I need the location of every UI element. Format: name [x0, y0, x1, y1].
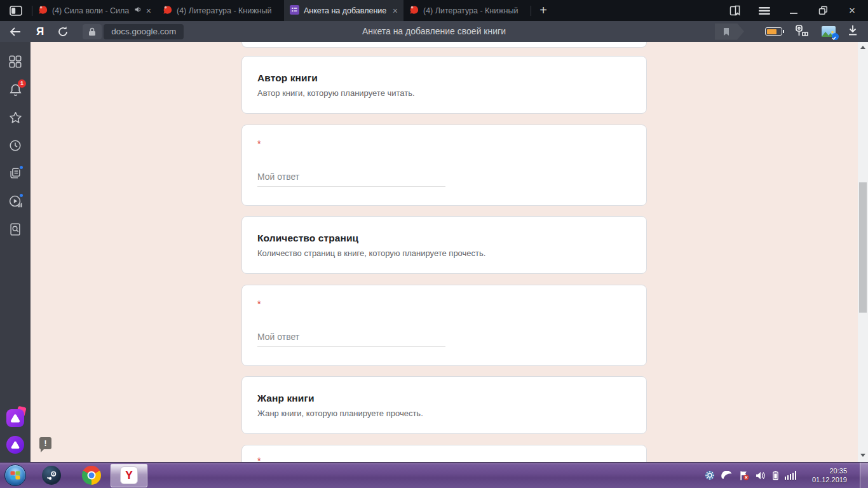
forum-favicon-icon — [409, 5, 419, 17]
required-asterisk: * — [257, 299, 631, 308]
network-signal-icon[interactable] — [785, 471, 797, 480]
bookmarks-star-icon[interactable] — [8, 110, 23, 125]
google-form-page: Автор книги Автор книги, которую планиру… — [31, 42, 858, 462]
tab-sila-voli[interactable]: (4) Сила воли - Сила × — [32, 0, 157, 21]
windows-flag-icon — [11, 471, 20, 480]
check-badge-icon — [832, 33, 839, 40]
feedback-bubble-button[interactable]: ! — [39, 437, 51, 449]
tab-anketa-active[interactable]: Анкета на добавление с × — [284, 0, 403, 21]
answer-card-pages: * — [241, 285, 647, 366]
tab-audio-icon[interactable] — [134, 6, 142, 15]
system-tray: 20:35 01.12.2019 — [705, 463, 868, 488]
answer-card-author: * — [241, 125, 647, 206]
tab-literatura-2[interactable]: (4) Литература - Книжный — [403, 0, 531, 21]
window-controls: × — [729, 5, 868, 17]
question-description: Автор книги, которую планируете читать. — [257, 88, 631, 98]
tray-app-gear-icon[interactable] — [705, 470, 715, 480]
page-scrollbar[interactable] — [858, 42, 868, 462]
scrollbar-thumb[interactable] — [859, 182, 867, 313]
clock-date: 01.12.2019 — [808, 475, 847, 484]
minimize-icon[interactable] — [788, 5, 799, 17]
close-window-icon[interactable]: × — [846, 5, 858, 17]
question-description: Количество страниц в книге, которую план… — [257, 248, 631, 258]
alice-voice-button[interactable] — [6, 436, 24, 454]
password-manager-key-icon[interactable] — [794, 24, 810, 39]
tab-title: (4) Литература - Книжный — [177, 6, 278, 15]
taskbar-steam-icon[interactable] — [42, 466, 61, 485]
browser-sidebar: 1 — [0, 42, 31, 462]
screenshot-extension-icon[interactable] — [822, 26, 836, 37]
google-forms-favicon-icon — [290, 5, 299, 17]
update-dot — [18, 165, 24, 170]
question-title: Жанр книги — [257, 393, 631, 404]
add-bookmark-flag-icon[interactable] — [715, 24, 744, 40]
alice-assistant-icon[interactable] — [6, 409, 24, 427]
required-asterisk: * — [257, 456, 631, 462]
bookmarks-panel-icon[interactable] — [729, 5, 741, 17]
tab-close-icon[interactable]: × — [393, 6, 398, 15]
restore-icon[interactable] — [817, 5, 829, 17]
scroll-up-arrow-icon[interactable] — [858, 46, 868, 49]
tab-literatura-1[interactable]: (4) Литература - Книжный — [157, 0, 284, 21]
history-clock-icon[interactable] — [8, 138, 23, 153]
question-card-genre: Жанр книги Жанр книги, которую планирует… — [241, 376, 647, 434]
back-button[interactable] — [9, 27, 22, 37]
volume-speaker-icon[interactable] — [756, 471, 766, 480]
secure-lock-icon[interactable] — [83, 24, 102, 39]
form-column: Автор книги Автор книги, которую планиру… — [241, 42, 647, 462]
address-toolbar: Анкета на добавление своей книги Я docs.… — [0, 21, 868, 42]
forum-favicon-icon — [163, 5, 172, 17]
downloads-icon[interactable] — [848, 25, 858, 38]
tab-title: (4) Литература - Книжный — [423, 6, 525, 15]
refresh-button[interactable] — [57, 26, 69, 37]
answer-input[interactable] — [257, 332, 445, 347]
new-tab-button[interactable]: + — [531, 3, 555, 18]
menu-icon[interactable] — [759, 5, 770, 17]
question-card-pages: Количество страниц Количество страниц в … — [241, 216, 647, 274]
url-domain[interactable]: docs.google.com — [104, 24, 184, 39]
scroll-down-arrow-icon[interactable] — [858, 454, 868, 457]
question-title: Количество страниц — [257, 233, 631, 244]
tab-bar: (4) Сила воли - Сила × (4) Литература - … — [0, 0, 868, 21]
taskbar-chrome-icon[interactable] — [82, 466, 101, 485]
tableau-grid-icon[interactable] — [8, 54, 23, 69]
tray-battery-icon[interactable] — [773, 471, 778, 480]
tray-swoosh-icon[interactable] — [721, 471, 733, 480]
battery-charge-level — [767, 29, 776, 34]
show-desktop-button[interactable] — [860, 463, 868, 488]
question-card-author: Автор книги Автор книги, которую планиру… — [241, 56, 647, 114]
windows-taskbar: Y 20:35 01.12.2019 — [0, 462, 868, 488]
notifications-count-badge: 1 — [18, 79, 26, 88]
collections-pages-icon[interactable] — [8, 166, 23, 181]
clock-time: 20:35 — [808, 466, 847, 475]
card-previous-partial — [241, 42, 647, 48]
forum-favicon-icon — [38, 5, 48, 17]
update-dot — [18, 193, 24, 198]
yandex-browser-window: (4) Сила воли - Сила × (4) Литература - … — [0, 0, 868, 488]
media-play-icon[interactable] — [8, 194, 23, 209]
start-button[interactable] — [4, 464, 26, 486]
action-center-flag-icon[interactable] — [739, 470, 749, 480]
yandex-logo[interactable]: Я — [36, 25, 44, 38]
notifications-bell-icon[interactable]: 1 — [8, 82, 23, 97]
question-title: Автор книги — [257, 72, 631, 84]
required-asterisk: * — [257, 139, 631, 148]
battery-saver-icon[interactable] — [765, 27, 782, 36]
yandex-browser-icon: Y — [120, 466, 138, 484]
tab-title: (4) Сила воли - Сила — [52, 6, 130, 15]
taskbar-yandex-browser-active[interactable]: Y — [111, 464, 147, 487]
sidebar-panel-toggle-icon[interactable] — [0, 0, 32, 21]
answer-card-genre-partial: * — [241, 445, 647, 462]
tab-close-icon[interactable]: × — [146, 6, 151, 15]
search-in-page-icon[interactable] — [8, 222, 23, 237]
question-description: Жанр книги, которую планируете прочесть. — [257, 409, 631, 418]
tab-title: Анкета на добавление с — [304, 6, 388, 15]
answer-input[interactable] — [257, 172, 445, 187]
taskbar-clock[interactable]: 20:35 01.12.2019 — [808, 466, 847, 484]
